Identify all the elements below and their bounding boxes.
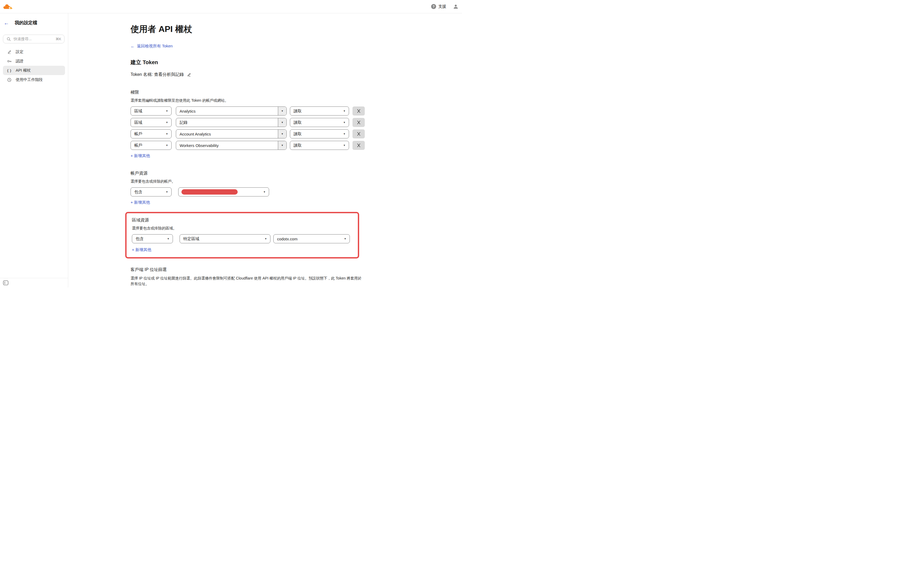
ip-filtering-heading: 客戶端 IP 位址篩選 — [131, 267, 462, 273]
chevron-down-icon: ▼ — [263, 191, 266, 193]
page-title: 使用者 API 權杖 — [131, 24, 462, 35]
permission-group-select[interactable]: 記錄 ▼ — [176, 118, 287, 127]
account-select[interactable]: ▼ — [178, 187, 269, 197]
search-icon — [7, 37, 11, 41]
back-arrow-icon: ← — [131, 44, 135, 49]
zone-select[interactable]: codotx.com▼ — [273, 234, 350, 243]
scope-select[interactable]: 區域▼ — [131, 118, 172, 127]
close-icon — [357, 143, 360, 148]
include-exclude-select[interactable]: 包含▼ — [131, 187, 172, 197]
back-link-label: 返回檢視所有 Token — [137, 44, 173, 49]
sidebar-item-settings[interactable]: 設定 — [3, 47, 65, 56]
account-resource-row: 包含▼ ▼ — [131, 187, 462, 197]
sidebar-item-label: 使用中工作階段 — [16, 77, 43, 82]
chevron-down-icon: ▼ — [167, 238, 169, 240]
chevron-down-icon: ▼ — [166, 110, 168, 112]
access-level-select[interactable]: 讀取▼ — [290, 106, 349, 116]
edit-token-name-icon[interactable] — [187, 73, 191, 77]
main-content: 使用者 API 權杖 ← 返回檢視所有 Token 建立 Token Token… — [68, 13, 462, 288]
permissions-description: 選擇套用編輯或讀取權限至您使用此 Token 的帳戶或網站。 — [131, 98, 462, 103]
zone-resources-highlight-box: 區域資源 選擇要包含或排除的區域。 包含▼ 特定區域▼ codotx.com▼ … — [125, 212, 359, 259]
collapse-sidebar-icon[interactable] — [3, 280, 8, 285]
chevron-down-icon: ▼ — [344, 238, 346, 240]
scope-select[interactable]: 帳戶▼ — [131, 141, 172, 150]
sidebar-item-label: API 權杖 — [16, 68, 31, 73]
scope-select[interactable]: 帳戶▼ — [131, 129, 172, 138]
cloudflare-cloud-icon — [3, 3, 13, 10]
redacted-account-name — [182, 189, 238, 195]
permissions-section: 權限 選擇套用編輯或讀取權限至您使用此 Token 的帳戶或網站。 區域▼ An… — [131, 90, 462, 158]
chevron-down-icon: ▼ — [343, 133, 346, 135]
account-resources-heading: 帳戶資源 — [131, 171, 462, 176]
permission-row: 帳戶▼ Workers Observability ▼ 讀取▼ — [131, 141, 462, 150]
sidebar-item-label: 設定 — [16, 49, 24, 54]
sidebar-header: ← 我的設定檔 — [0, 13, 68, 26]
account-resources-section: 帳戶資源 選擇要包含或排除的帳戶。 包含▼ ▼ + 新增其他 — [131, 171, 462, 205]
remove-permission-button[interactable] — [352, 141, 365, 150]
scope-select[interactable]: 區域▼ — [131, 106, 172, 116]
close-icon — [357, 120, 360, 125]
chevron-down-icon: ▼ — [166, 133, 168, 135]
chevron-down-icon: ▼ — [343, 144, 346, 147]
chevron-down-icon: ▼ — [166, 121, 168, 124]
clock-icon — [7, 78, 12, 82]
app-window: ? 支援 ← 我的設定檔 快速搜尋... ⌘K — [0, 0, 462, 288]
permission-rows: 區域▼ Analytics ▼ 讀取▼ — [131, 106, 462, 150]
access-level-select[interactable]: 讀取▼ — [290, 141, 349, 150]
chevron-down-icon[interactable]: ▼ — [278, 141, 287, 149]
braces-icon: { } — [7, 68, 12, 72]
access-level-select[interactable]: 讀取▼ — [290, 129, 349, 138]
sidebar-item-api-tokens[interactable]: { } API 權杖 — [3, 66, 65, 75]
search-shortcut: ⌘K — [56, 37, 61, 41]
permission-row: 區域▼ Analytics ▼ 讀取▼ — [131, 106, 462, 116]
sidebar-item-active-sessions[interactable]: 使用中工作階段 — [3, 75, 65, 84]
chevron-down-icon: ▼ — [166, 191, 168, 193]
close-icon — [357, 109, 360, 113]
permission-row: 帳戶▼ Account Analytics ▼ 讀取▼ — [131, 129, 462, 138]
topbar-actions: ? 支援 — [431, 4, 462, 9]
chevron-down-icon: ▼ — [166, 144, 168, 147]
user-avatar-icon[interactable] — [453, 4, 458, 9]
token-name-text: Token 名稱: 查看分析與記錄 — [131, 72, 184, 78]
sidebar-nav: 設定 認證 { } API 權杖 — [3, 47, 65, 84]
remove-permission-button[interactable] — [352, 106, 365, 116]
quick-search-input[interactable]: 快速搜尋... ⌘K — [3, 35, 64, 43]
chevron-down-icon: ▼ — [343, 110, 346, 112]
add-zone-resource-link[interactable]: + 新增其他 — [132, 247, 151, 253]
support-link[interactable]: 支援 — [438, 4, 446, 9]
ip-filtering-section: 客戶端 IP 位址篩選 選擇 IP 位址或 IP 位址範圍進行篩選。此篩選條件會… — [131, 267, 462, 288]
remove-permission-button[interactable] — [352, 129, 365, 138]
sidebar-back-button[interactable]: ← — [4, 20, 9, 25]
permission-group-select[interactable]: Analytics ▼ — [176, 106, 287, 116]
close-icon — [357, 132, 360, 136]
chevron-down-icon[interactable]: ▼ — [278, 118, 287, 127]
sidebar-item-label: 認證 — [16, 59, 24, 64]
sidebar-footer — [0, 278, 68, 288]
account-resources-description: 選擇要包含或排除的帳戶。 — [131, 179, 462, 184]
zone-resources-description: 選擇要包含或排除的區域。 — [132, 226, 358, 231]
chevron-down-icon[interactable]: ▼ — [278, 107, 287, 115]
add-permission-link[interactable]: + 新增其他 — [131, 153, 150, 158]
help-icon[interactable]: ? — [431, 4, 436, 9]
sidebar-item-authentication[interactable]: 認證 — [3, 56, 65, 66]
remove-permission-button[interactable] — [352, 118, 365, 127]
permission-group-select[interactable]: Workers Observability ▼ — [176, 141, 287, 150]
chevron-down-icon: ▼ — [264, 238, 267, 240]
back-to-tokens-link[interactable]: ← 返回檢視所有 Token — [131, 44, 173, 49]
ip-filtering-description: 選擇 IP 位址或 IP 位址範圍進行篩選。此篩選條件會限制可搭配 Cloudf… — [131, 275, 364, 287]
search-placeholder: 快速搜尋... — [14, 37, 32, 41]
zone-resources-heading: 區域資源 — [132, 218, 358, 223]
zone-type-select[interactable]: 特定區域▼ — [180, 234, 271, 243]
chevron-down-icon[interactable]: ▼ — [278, 130, 287, 138]
permission-group-select[interactable]: Account Analytics ▼ — [176, 129, 287, 138]
sidebar: ← 我的設定檔 快速搜尋... ⌘K 設定 — [0, 13, 68, 288]
cloudflare-logo[interactable] — [0, 3, 68, 10]
include-exclude-select[interactable]: 包含▼ — [132, 234, 173, 243]
top-bar: ? 支援 — [0, 0, 462, 13]
pencil-icon — [7, 50, 12, 54]
key-icon — [7, 59, 12, 64]
add-account-resource-link[interactable]: + 新增其他 — [131, 200, 150, 205]
access-level-select[interactable]: 讀取▼ — [290, 118, 349, 127]
chevron-down-icon: ▼ — [343, 121, 346, 124]
zone-resource-row: 包含▼ 特定區域▼ codotx.com▼ — [132, 234, 358, 243]
